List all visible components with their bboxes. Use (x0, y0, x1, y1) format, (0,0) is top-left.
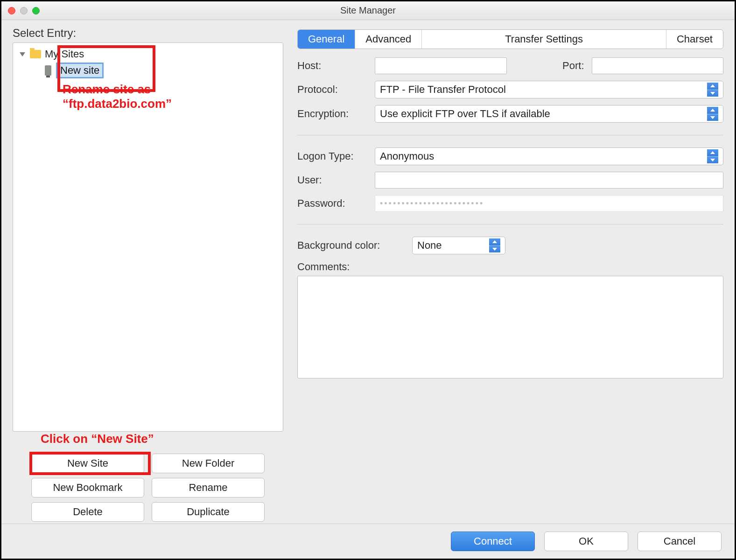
duplicate-button[interactable]: Duplicate (152, 502, 265, 522)
connect-button[interactable]: Connect (451, 532, 535, 551)
bgcolor-select[interactable]: None (412, 237, 505, 254)
left-panel: Select Entry: My Sites New site Rename s… (13, 27, 283, 522)
host-label: Host: (297, 60, 367, 72)
tree-site-row[interactable]: New site (45, 62, 280, 79)
titlebar: Site Manager (1, 1, 735, 20)
host-input[interactable] (375, 57, 507, 74)
logon-type-label: Logon Type: (297, 150, 367, 162)
cancel-button[interactable]: Cancel (638, 532, 722, 551)
port-input[interactable] (592, 57, 724, 74)
sort-icon (707, 149, 718, 163)
sort-icon (707, 107, 718, 121)
comments-label: Comments: (297, 261, 350, 273)
site-name-input[interactable]: New site (56, 63, 104, 78)
delete-button[interactable]: Delete (31, 502, 144, 522)
tab-general[interactable]: General (298, 30, 355, 49)
encryption-value: Use explicit FTP over TLS if available (380, 108, 550, 120)
protocol-value: FTP - File Transfer Protocol (380, 84, 506, 96)
chevron-down-icon[interactable] (20, 52, 25, 56)
tree-folder-row[interactable]: My Sites (16, 47, 280, 62)
tab-advanced[interactable]: Advanced (355, 30, 422, 49)
annotation-newsite: Click on “New Site” (41, 432, 283, 446)
folder-icon (30, 50, 41, 58)
rename-button[interactable]: Rename (152, 478, 265, 497)
site-manager-window: Site Manager Select Entry: My Sites New … (0, 0, 736, 560)
sort-icon (489, 238, 500, 252)
encryption-label: Encryption: (297, 108, 367, 120)
close-icon[interactable] (8, 7, 15, 14)
user-input[interactable] (375, 172, 723, 189)
select-entry-label: Select Entry: (13, 27, 283, 40)
new-folder-button[interactable]: New Folder (152, 454, 265, 473)
logon-type-value: Anonymous (380, 150, 434, 162)
tab-transfer-settings[interactable]: Transfer Settings (422, 30, 666, 49)
entry-tree[interactable]: My Sites New site Rename site as “ftp.da… (13, 42, 283, 432)
divider (297, 135, 723, 135)
sort-icon (707, 83, 718, 97)
general-form: Host: Port: Protocol: FTP - File Transfe… (297, 57, 723, 378)
user-label: User: (297, 174, 367, 186)
entry-buttons: New Site New Folder New Bookmark Rename … (13, 454, 283, 522)
right-panel: General Advanced Transfer Settings Chars… (297, 27, 723, 522)
protocol-select[interactable]: FTP - File Transfer Protocol (375, 81, 723, 98)
bgcolor-label: Background color: (297, 239, 405, 252)
new-bookmark-button[interactable]: New Bookmark (31, 478, 144, 497)
window-title: Site Manager (340, 5, 396, 16)
protocol-label: Protocol: (297, 84, 367, 96)
logon-type-select[interactable]: Anonymous (375, 147, 723, 165)
new-site-button[interactable]: New Site (31, 454, 144, 473)
annotation-rename: Rename site as “ftp.data2bio.com” (63, 82, 280, 111)
dialog-footer: Connect OK Cancel (1, 524, 735, 559)
tab-charset[interactable]: Charset (666, 30, 723, 49)
ok-button[interactable]: OK (544, 532, 628, 551)
minimize-icon (20, 7, 28, 14)
bgcolor-value: None (417, 239, 442, 252)
server-icon (45, 65, 51, 76)
folder-label: My Sites (45, 48, 84, 60)
tab-bar: General Advanced Transfer Settings Chars… (297, 29, 723, 49)
port-label: Port: (514, 60, 584, 72)
password-input[interactable]: •••••••••••••••••••••••• (375, 195, 723, 212)
encryption-select[interactable]: Use explicit FTP over TLS if available (375, 105, 723, 123)
zoom-icon[interactable] (32, 7, 40, 14)
annotation-rename-line2: “ftp.data2bio.com” (63, 97, 280, 111)
content-area: Select Entry: My Sites New site Rename s… (1, 20, 735, 524)
window-controls (8, 7, 40, 14)
annotation-rename-line1: Rename site as (63, 82, 280, 97)
password-label: Password: (297, 197, 367, 210)
divider (297, 224, 723, 224)
comments-textarea[interactable] (297, 276, 723, 378)
